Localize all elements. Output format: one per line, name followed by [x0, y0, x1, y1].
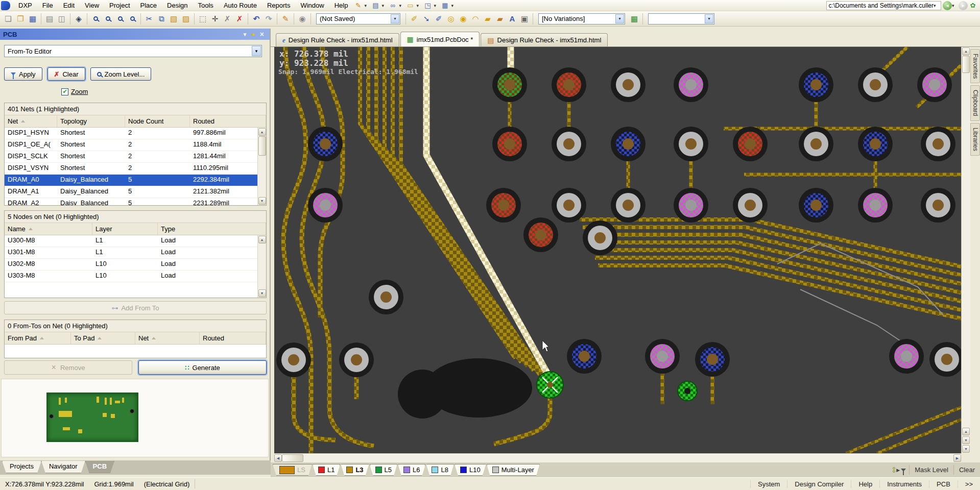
- chevron-down-icon[interactable]: ▾: [252, 46, 261, 56]
- doc-tab-pcbdoc[interactable]: ▦ imx51md.PcbDoc *: [400, 32, 480, 46]
- place-arc-button[interactable]: ◠: [469, 13, 482, 25]
- move-button[interactable]: ✛: [209, 13, 221, 25]
- layer-tab-l3[interactable]: L3: [341, 464, 369, 476]
- scroll-down-icon[interactable]: ▼: [258, 289, 266, 297]
- menu-design[interactable]: Design: [162, 1, 193, 10]
- net-row[interactable]: DRAM_A1Daisy_Balanced52121.382mil: [5, 186, 257, 198]
- cut-button[interactable]: ✂: [143, 13, 155, 25]
- node-row[interactable]: U301-M8L1Load: [5, 247, 257, 259]
- zoom-checkbox-row[interactable]: ✔ Zoom: [61, 88, 88, 95]
- layers-tool-icon[interactable]: ▤: [370, 1, 380, 10]
- node-row[interactable]: U302-M8L10Load: [5, 259, 257, 271]
- generate-button[interactable]: ∷ Generate: [138, 360, 267, 375]
- layer-tab-l8[interactable]: L8: [426, 464, 453, 476]
- side-tab-favorites[interactable]: Favorites: [970, 49, 980, 83]
- variations-combo[interactable]: [No Variations] ▾: [538, 13, 625, 24]
- print-button[interactable]: ▤: [43, 13, 56, 25]
- chevron-down-icon[interactable]: ▾: [434, 3, 439, 8]
- mask-level-button[interactable]: Mask Level: [909, 465, 953, 475]
- chevron-down-icon[interactable]: ▾: [391, 14, 399, 23]
- zoom-all-button[interactable]: [89, 13, 102, 25]
- diff-pair-route-button[interactable]: ✐: [433, 13, 445, 25]
- net-row[interactable]: DRAM_A2Daisy_Balanced52231.289mil: [5, 198, 257, 205]
- scroll-down-icon[interactable]: ▼: [258, 197, 266, 205]
- doc-tab-drc-html-2[interactable]: ▤ Design Rule Check - imx51md.html: [481, 33, 608, 46]
- menu-reports[interactable]: Reports: [262, 1, 296, 10]
- nodes-col-type[interactable]: Type: [158, 223, 266, 235]
- place-string-button[interactable]: A: [506, 13, 518, 25]
- net-row[interactable]: DISP1_HSYNShortest2997.886mil: [5, 128, 257, 139]
- chevron-down-icon[interactable]: ▾: [416, 3, 421, 8]
- net-row-selected[interactable]: DRAM_A0Daisy_Balanced52292.384mil: [5, 175, 257, 186]
- shape-tool-icon[interactable]: ◳: [422, 1, 433, 10]
- status-menu-system[interactable]: System: [750, 480, 787, 488]
- layer-tab-l5[interactable]: L5: [370, 464, 397, 476]
- scroll-down-icon[interactable]: ▼: [962, 445, 970, 453]
- apply-button[interactable]: Apply: [4, 67, 42, 81]
- place-component-button[interactable]: ▣: [518, 13, 531, 25]
- route-button[interactable]: ✐: [408, 13, 420, 25]
- paste-special-button[interactable]: ▨: [180, 13, 192, 25]
- chevron-down-icon[interactable]: ▾: [451, 3, 456, 8]
- menu-help[interactable]: Help: [329, 1, 353, 10]
- binoculars-tool-icon[interactable]: ∞: [388, 1, 398, 10]
- layer-tab-ls[interactable]: LS: [273, 464, 312, 476]
- scroll-left-icon[interactable]: ◀: [274, 454, 282, 462]
- 3d-view-button[interactable]: ◈: [73, 13, 85, 25]
- clear-filter-button[interactable]: ✗: [233, 13, 246, 25]
- scroll-up-icon[interactable]: ▲: [258, 128, 266, 136]
- menu-window[interactable]: Window: [295, 1, 329, 10]
- scroll-right-icon[interactable]: ▶: [953, 454, 961, 462]
- nets-scrollbar[interactable]: ▲ ▼: [257, 128, 266, 205]
- panel-pin-icon[interactable]: ●: [249, 31, 257, 37]
- pencil-tool-icon[interactable]: ✎: [353, 1, 363, 10]
- place-polygon-button[interactable]: ▰: [494, 13, 506, 25]
- fromtos-col-frompad[interactable]: From Pad: [5, 332, 71, 344]
- zoom-selected-button[interactable]: [114, 13, 126, 25]
- new-document-button[interactable]: ❏: [2, 13, 14, 25]
- nets-col-net[interactable]: Net: [5, 115, 57, 127]
- side-tab-clipboard[interactable]: Clipboard: [970, 85, 980, 120]
- address-box[interactable]: c:\Documents and Settings\mark.culler ▾: [826, 1, 941, 10]
- nets-col-topology[interactable]: Topology: [57, 115, 125, 127]
- panel-title-bar[interactable]: PCB ▾ ● ×: [0, 29, 270, 40]
- side-tab-libraries[interactable]: Libraries: [970, 123, 980, 156]
- editor-mode-select[interactable]: From-To Editor ▾: [4, 45, 262, 57]
- status-menu-design-compiler[interactable]: Design Compiler: [787, 480, 851, 488]
- panel-chevron-down-icon[interactable]: ▾: [241, 31, 249, 38]
- menu-tools[interactable]: Tools: [193, 1, 219, 10]
- pencil-edit-button[interactable]: ✎: [279, 13, 292, 25]
- nets-col-routed[interactable]: Routed: [190, 115, 266, 127]
- layer-tab-l10[interactable]: L10: [455, 464, 486, 476]
- place-via-button[interactable]: ◉: [457, 13, 469, 25]
- paste-button[interactable]: ▧: [168, 13, 180, 25]
- chevron-down-icon[interactable]: ▾: [705, 14, 713, 23]
- nets-col-nodecount[interactable]: Node Count: [125, 115, 190, 127]
- panel-close-icon[interactable]: ×: [257, 30, 267, 38]
- zoom-level-button[interactable]: Zoom Level...: [90, 67, 152, 81]
- zoom-checkbox[interactable]: ✔: [61, 88, 68, 95]
- status-menu-more[interactable]: >>: [958, 480, 980, 488]
- chevron-down-icon[interactable]: ▾: [934, 3, 939, 8]
- pcb-canvas[interactable]: x: 726.378 mil y: 923.228 mil Snap: 1.96…: [274, 47, 961, 453]
- deselect-button[interactable]: ✗: [221, 13, 233, 25]
- chevron-down-icon[interactable]: ▾: [615, 14, 624, 23]
- board-insight-button[interactable]: ▦: [628, 13, 640, 25]
- tab-pcb[interactable]: PCB: [85, 461, 114, 473]
- place-fill-button[interactable]: ▰: [482, 13, 494, 25]
- menu-dxp[interactable]: DXP: [13, 1, 37, 10]
- chevron-down-icon[interactable]: ▾: [952, 3, 957, 8]
- add-from-to-button[interactable]: ⊶ Add From To: [4, 301, 267, 314]
- net-row[interactable]: DISP1_OE_A(Shortest21188.4mil: [5, 139, 257, 151]
- copy-button[interactable]: ⧉: [155, 13, 168, 25]
- net-row[interactable]: DISP1_SCLKShortest21281.44mil: [5, 151, 257, 163]
- chevron-down-icon[interactable]: ▾: [381, 3, 387, 8]
- scroll-up-icon[interactable]: ▲: [258, 236, 266, 243]
- mask-clear-button[interactable]: Clear: [953, 465, 980, 475]
- canvas-hscrollbar[interactable]: ◀ ▶: [274, 453, 961, 462]
- chevron-down-icon[interactable]: ▾: [364, 3, 369, 8]
- undo-button[interactable]: ↶: [250, 13, 262, 25]
- grid-tool-icon[interactable]: ▦: [440, 1, 450, 10]
- open-document-button[interactable]: ❐: [14, 13, 27, 25]
- place-pad-button[interactable]: ◎: [445, 13, 457, 25]
